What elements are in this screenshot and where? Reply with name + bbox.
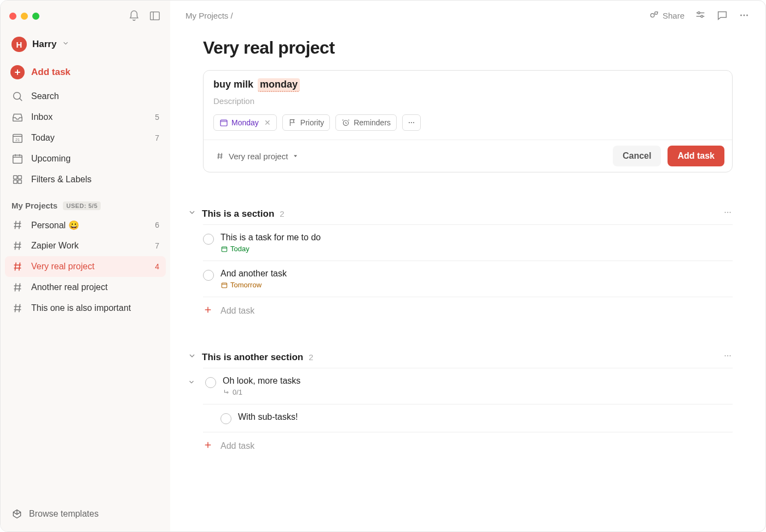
- svg-marker-59: [294, 155, 297, 158]
- task-checkbox[interactable]: [220, 413, 231, 424]
- task-name-input[interactable]: buy milk monday: [213, 78, 722, 92]
- breadcrumb[interactable]: My Projects /: [185, 11, 233, 20]
- hash-icon: [216, 152, 224, 160]
- sidebar-project-item[interactable]: Another real project: [5, 277, 166, 298]
- sidebar-project-item[interactable]: Zapier Work 7: [5, 235, 166, 256]
- sidebar-item-search[interactable]: Search: [5, 86, 166, 107]
- task-section: This is another section 2 Oh look, more …: [203, 351, 733, 460]
- sidebar-item-label: Today: [31, 133, 55, 143]
- svg-rect-16: [18, 180, 21, 183]
- sidebar-item-label: Search: [31, 91, 59, 101]
- browse-templates-button[interactable]: Browse templates: [5, 503, 166, 525]
- svg-line-32: [19, 284, 20, 292]
- sidebar-project-item[interactable]: Very real project 4: [5, 256, 166, 277]
- svg-rect-9: [13, 155, 22, 164]
- project-label: This one is also important: [31, 303, 131, 313]
- chevron-down-icon[interactable]: [188, 208, 196, 219]
- sidebar-item-label: Upcoming: [31, 154, 71, 164]
- hash-icon: [11, 219, 24, 231]
- sidebar-item-inbox[interactable]: Inbox 5: [5, 107, 166, 128]
- svg-point-4: [14, 92, 21, 100]
- task-checkbox[interactable]: [203, 270, 214, 281]
- avatar: H: [11, 37, 27, 52]
- user-name: Harry: [32, 39, 56, 50]
- task-title: With sub-tasks!: [238, 412, 298, 422]
- task-checkbox[interactable]: [203, 234, 214, 245]
- more-chip[interactable]: [402, 114, 421, 131]
- svg-point-70: [727, 355, 728, 356]
- view-options-icon[interactable]: [694, 9, 706, 21]
- comments-icon[interactable]: [716, 9, 728, 21]
- inbox-count: 5: [155, 113, 159, 122]
- priority-chip[interactable]: Priority: [282, 114, 330, 131]
- sidebar: H Harry Add task Search Inbox 5 21 Today…: [1, 1, 170, 531]
- submit-task-button[interactable]: Add task: [668, 146, 724, 166]
- section-header[interactable]: This is a section 2: [203, 207, 733, 225]
- project-label: Another real project: [31, 282, 108, 292]
- more-options-icon[interactable]: [738, 9, 750, 21]
- fullscreen-window-icon[interactable]: [32, 13, 39, 20]
- project-selector[interactable]: Very real project: [211, 148, 303, 164]
- notifications-icon[interactable]: [127, 9, 141, 22]
- project-count: 6: [155, 221, 159, 229]
- sidebar-item-today[interactable]: 21 Today 7: [5, 128, 166, 148]
- svg-point-48: [746, 15, 748, 16]
- svg-line-28: [19, 263, 20, 271]
- sidebar-item-label: Filters & Labels: [31, 175, 91, 184]
- svg-rect-63: [222, 246, 227, 251]
- add-task-button[interactable]: Add task: [5, 61, 166, 84]
- window-controls: [9, 13, 39, 20]
- svg-point-46: [740, 15, 742, 16]
- svg-point-42: [698, 12, 700, 14]
- calendar-icon: [219, 118, 228, 127]
- toggle-sidebar-icon[interactable]: [148, 9, 161, 22]
- sidebar-item-filters[interactable]: Filters & Labels: [5, 169, 166, 190]
- svg-rect-15: [14, 180, 17, 183]
- section-header[interactable]: This is another section 2: [203, 351, 733, 368]
- grid-icon: [11, 174, 24, 186]
- task-meta: Tomorrow: [220, 281, 287, 289]
- task-name-date-highlight: monday: [258, 78, 300, 92]
- project-label: Very real project: [31, 262, 95, 271]
- task-row[interactable]: And another taskTomorrow: [203, 261, 733, 297]
- today-count: 7: [155, 134, 159, 142]
- task-name-text: buy milk: [213, 79, 253, 90]
- add-task-label: Add task: [31, 67, 71, 78]
- share-label: Share: [663, 11, 684, 20]
- projects-header[interactable]: My Projects USED: 5/5: [5, 190, 166, 215]
- task-checkbox[interactable]: [205, 377, 216, 388]
- minimize-window-icon[interactable]: [21, 13, 28, 20]
- add-task-link[interactable]: Add task: [203, 432, 733, 460]
- inbox-icon: [11, 111, 24, 123]
- sidebar-project-item[interactable]: This one is also important: [5, 298, 166, 319]
- account-switcher[interactable]: H Harry: [5, 32, 166, 56]
- browse-templates-label: Browse templates: [29, 509, 98, 519]
- add-task-link[interactable]: Add task: [203, 297, 733, 325]
- share-button[interactable]: Share: [648, 10, 684, 21]
- chevron-down-icon[interactable]: [188, 351, 196, 363]
- section-menu-icon[interactable]: [723, 207, 733, 220]
- sidebar-item-upcoming[interactable]: Upcoming: [5, 148, 166, 169]
- reminders-label: Reminders: [353, 118, 391, 127]
- cancel-button[interactable]: Cancel: [613, 146, 661, 166]
- task-row[interactable]: With sub-tasks!: [203, 404, 733, 432]
- reminders-chip[interactable]: Reminders: [335, 114, 397, 131]
- svg-line-35: [15, 304, 16, 313]
- section-menu-icon[interactable]: [723, 351, 733, 363]
- svg-rect-0: [150, 12, 160, 20]
- task-description-input[interactable]: Description: [213, 96, 722, 106]
- task-row[interactable]: This is a task for me to doToday: [203, 225, 733, 261]
- close-window-icon[interactable]: [9, 13, 16, 20]
- chevron-down-icon[interactable]: [188, 376, 199, 386]
- clear-date-icon[interactable]: ✕: [264, 118, 271, 127]
- sidebar-item-label: Inbox: [31, 112, 53, 122]
- share-icon: [648, 10, 659, 21]
- sidebar-project-item[interactable]: Personal 😀 6: [5, 215, 166, 235]
- task-row[interactable]: Oh look, more tasks0/1: [203, 368, 733, 404]
- page-title: Very real project: [203, 38, 733, 58]
- due-date-chip[interactable]: Monday ✕: [213, 114, 277, 131]
- section-count: 2: [280, 209, 284, 218]
- task-title: This is a task for me to do: [220, 233, 321, 242]
- section-count: 2: [309, 352, 313, 362]
- svg-rect-13: [14, 176, 17, 179]
